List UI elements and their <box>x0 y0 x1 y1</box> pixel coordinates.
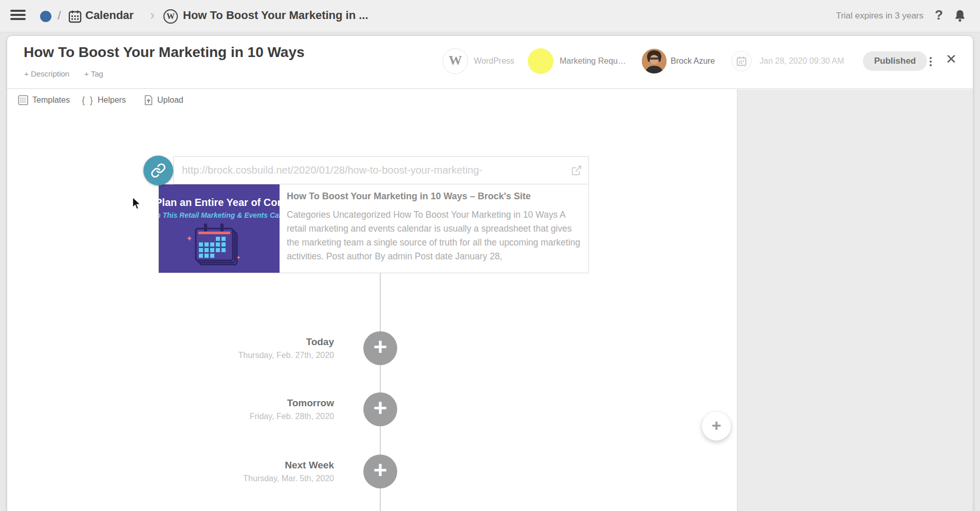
timeline-item-today: Today Thursday, Feb. 27th, 2020 <box>128 336 334 360</box>
wordpress-platform-icon[interactable]: W <box>442 48 468 74</box>
templates-icon <box>17 94 29 106</box>
post-header: How To Boost Your Marketing in 10 Ways +… <box>7 36 973 89</box>
add-description-button[interactable]: + Description <box>24 69 69 78</box>
right-side-panel <box>737 89 973 511</box>
add-tag-button[interactable]: + Tag <box>84 69 103 78</box>
color-label-name[interactable]: Marketing Requ… <box>560 56 626 66</box>
preview-title: How To Boost Your Marketing in 10 Ways –… <box>287 191 583 202</box>
trial-expiry-text: Trial expires in 3 years <box>836 11 923 21</box>
hamburger-menu-icon[interactable] <box>10 10 26 23</box>
breadcrumb-calendar[interactable]: Calendar <box>85 9 134 22</box>
platform-label[interactable]: WordPress <box>474 56 514 66</box>
timeline-label: Next Week <box>128 460 334 471</box>
upload-button[interactable]: Upload <box>143 92 183 108</box>
link-icon <box>143 156 173 185</box>
helpers-button[interactable]: { } Helpers <box>82 92 126 108</box>
add-item-next-week-button[interactable]: + <box>363 455 397 488</box>
helpers-label: Helpers <box>98 96 126 105</box>
project-color-dot[interactable] <box>40 11 51 22</box>
thumbnail-headline: Plan an Entire Year of Conten <box>159 197 280 209</box>
help-icon[interactable]: ? <box>935 7 943 23</box>
thumbnail-calendar-illustration <box>184 221 251 270</box>
preview-description: Categories Uncategorized How To Boost Yo… <box>287 208 583 263</box>
timeline-label: Today <box>128 336 334 348</box>
templates-label: Templates <box>32 96 70 105</box>
external-link-icon[interactable] <box>571 165 582 176</box>
upload-icon <box>143 94 154 106</box>
floating-add-button[interactable]: + <box>702 412 731 441</box>
post-body: Templates { } Helpers Upload http://broc… <box>7 89 973 511</box>
top-bar: / Calendar › W How To Boost Your Marketi… <box>0 0 980 32</box>
permalink-field[interactable]: http://brock.cosbuild.net/2020/01/28/how… <box>173 156 589 184</box>
timeline-date: Thursday, Mar. 5th, 2020 <box>128 474 334 483</box>
link-preview-card[interactable]: Plan an Entire Year of Conten n This Ret… <box>158 184 589 273</box>
color-label-swatch[interactable] <box>528 48 553 74</box>
preview-text-block: How To Boost Your Marketing in 10 Ways –… <box>280 184 588 273</box>
close-icon[interactable]: ✕ <box>946 51 957 67</box>
wordpress-icon: W <box>163 9 178 24</box>
owner-avatar[interactable] <box>642 49 667 73</box>
more-options-icon[interactable] <box>926 54 935 69</box>
status-badge[interactable]: Published <box>863 51 927 71</box>
preview-thumbnail: Plan an Entire Year of Conten n This Ret… <box>159 184 280 273</box>
post-detail-card: How To Boost Your Marketing in 10 Ways +… <box>7 35 973 511</box>
app-window: / Calendar › W How To Boost Your Marketi… <box>0 0 980 511</box>
timeline-date: Friday, Feb. 28th, 2020 <box>128 412 334 421</box>
scheduled-datetime[interactable]: Jan 28, 2020 09:30 AM <box>760 56 844 66</box>
notifications-bell-icon[interactable] <box>952 8 968 24</box>
add-item-today-button[interactable]: + <box>363 331 397 365</box>
post-title[interactable]: How To Boost Your Marketing in 10 Ways <box>24 44 305 61</box>
braces-icon: { } <box>82 94 94 106</box>
add-item-tomorrow-button[interactable]: + <box>363 392 397 426</box>
templates-button[interactable]: Templates <box>17 92 70 108</box>
thumbnail-subheadline: n This Retail Marketing & Events Caler <box>159 211 280 219</box>
timeline-item-next-week: Next Week Thursday, Mar. 5th, 2020 <box>128 460 334 483</box>
breadcrumb-separator: / <box>58 8 61 23</box>
upload-label: Upload <box>157 96 183 105</box>
calendar-icon <box>68 9 82 24</box>
schedule-calendar-icon[interactable] <box>731 51 752 71</box>
owner-name[interactable]: Brock Azure <box>671 56 715 66</box>
breadcrumb-post-title[interactable]: How To Boost Your Marketing in ... <box>183 9 368 22</box>
timeline-label: Tomorrow <box>128 398 334 409</box>
timeline-date: Thursday, Feb. 27th, 2020 <box>128 351 334 360</box>
chevron-right-icon: › <box>150 7 155 23</box>
permalink-url[interactable]: http://brock.cosbuild.net/2020/01/28/how… <box>182 164 568 176</box>
timeline-item-tomorrow: Tomorrow Friday, Feb. 28th, 2020 <box>128 398 334 421</box>
